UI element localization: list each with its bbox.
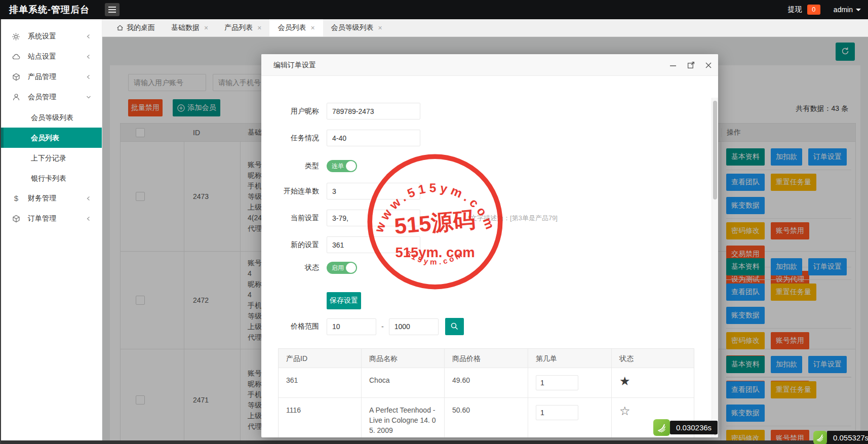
sidebar-subitem-银行卡列表[interactable]: 银行卡列表 <box>0 168 102 188</box>
withdraw-count-badge[interactable]: 0 <box>807 5 820 15</box>
product-id: 1116 <box>279 398 362 437</box>
type-toggle[interactable]: 连单 <box>327 160 357 172</box>
task-input[interactable] <box>327 130 420 146</box>
product-name: Choca <box>362 368 445 397</box>
scrollbar-thumb[interactable] <box>713 101 717 199</box>
save-settings-button[interactable]: 保存设置 <box>327 292 361 309</box>
close-icon[interactable] <box>704 61 713 70</box>
tab-会员等级列表[interactable]: 会员等级列表× <box>323 19 390 36</box>
product-column-header: 第几单 <box>528 349 612 368</box>
username: admin <box>834 6 853 14</box>
product-column-header: 状态 <box>612 349 695 368</box>
start-chain-label: 开始连单数 <box>261 187 319 196</box>
close-tab-icon[interactable]: × <box>378 24 382 31</box>
sidebar: 系统设置站点设置产品管理会员管理会员等级列表会员列表上下分记录银行卡列表$财务管… <box>0 19 102 444</box>
status-label: 状态 <box>261 263 319 272</box>
hamburger-menu-icon[interactable] <box>105 3 120 16</box>
modal-scrollbar[interactable] <box>712 98 718 437</box>
render-time: 0.055327s <box>827 431 868 444</box>
price-search-button[interactable] <box>445 318 464 335</box>
product-column-header: 产品ID <box>279 349 362 368</box>
user-icon <box>12 93 21 101</box>
chevron-down-icon <box>86 94 92 100</box>
chevron-left-icon <box>86 195 92 201</box>
type-label: 类型 <box>261 162 319 171</box>
cube-icon <box>12 215 21 223</box>
modal-body: 用户昵称 任务情况 类型 连单 开始连单数 当前设置 *文字描述为：[第3单是产… <box>261 76 718 437</box>
sidebar-item-系统设置[interactable]: 系统设置 <box>0 26 102 47</box>
order-number-input[interactable] <box>536 405 578 420</box>
sidebar-item-站点设置[interactable]: 站点设置 <box>0 47 102 67</box>
user-menu[interactable]: admin <box>834 6 861 14</box>
home-icon <box>116 24 124 31</box>
tab-产品列表[interactable]: 产品列表× <box>216 19 269 36</box>
price-min-input[interactable] <box>327 318 376 335</box>
left-scrollbar[interactable] <box>0 19 1 444</box>
current-setting-label: 当前设置 <box>261 214 319 223</box>
chevron-down-icon <box>856 9 861 11</box>
product-column-header: 商品价格 <box>445 349 528 368</box>
search-icon <box>450 321 459 332</box>
nickname-input[interactable] <box>327 103 420 119</box>
sidebar-subitem-会员等级列表[interactable]: 会员等级列表 <box>0 107 102 128</box>
close-tab-icon[interactable]: × <box>257 24 261 31</box>
sidebar-item-产品管理[interactable]: 产品管理 <box>0 67 102 87</box>
sidebar-item-订单管理[interactable]: 订单管理 <box>0 209 102 229</box>
tab-基础数据[interactable]: 基础数据× <box>163 19 216 36</box>
price-range-label: 价格范围 <box>261 322 319 331</box>
app-title: 排单系统-管理后台 <box>9 0 90 19</box>
chevron-left-icon <box>86 33 92 39</box>
modal-title: 编辑订单设置 <box>273 54 316 76</box>
svg-text:$: $ <box>14 194 19 203</box>
tab-会员列表[interactable]: 会员列表× <box>269 19 323 36</box>
price-max-input[interactable] <box>389 318 439 335</box>
nickname-label: 用户昵称 <box>261 107 319 116</box>
current-setting-input[interactable] <box>327 210 420 226</box>
thinkphp-trace-icon[interactable] <box>653 419 670 436</box>
current-setting-hint: *文字描述为：[第3单是产品79] <box>468 210 558 226</box>
tab-list: 我的桌面基础数据×产品列表×会员列表×会员等级列表× <box>108 19 390 36</box>
star-icon[interactable]: ★ <box>619 374 630 388</box>
chevron-left-icon <box>86 54 92 60</box>
product-table-body: 361Choca49.60★1116A Perfect Teenhood - L… <box>279 368 694 437</box>
close-tab-icon[interactable]: × <box>310 24 314 31</box>
tab-我的桌面[interactable]: 我的桌面 <box>108 19 163 36</box>
star-icon[interactable]: ☆ <box>619 404 630 418</box>
product-name: A Perfect Teenhood - Live in Cologne 14.… <box>362 398 445 437</box>
sidebar-item-会员管理[interactable]: 会员管理 <box>0 87 102 107</box>
trace-badge-modal: 0.030236s <box>653 419 718 436</box>
product-price: 49.60 <box>445 368 528 397</box>
chevron-left-icon <box>86 74 92 80</box>
bottom-scrollbar[interactable] <box>0 440 868 444</box>
sidebar-item-财务管理[interactable]: $财务管理 <box>0 188 102 209</box>
product-row: 1116A Perfect Teenhood - Live in Cologne… <box>279 397 694 437</box>
sidebar-subitem-会员列表[interactable]: 会员列表 <box>0 128 102 148</box>
edit-order-settings-modal: 编辑订单设置 用户昵称 任务情况 类型 连单 <box>261 54 718 437</box>
top-bar: 排单系统-管理后台 提现 0 admin <box>0 0 868 19</box>
sidebar-menu: 系统设置站点设置产品管理会员管理会员等级列表会员列表上下分记录银行卡列表$财务管… <box>0 19 102 229</box>
product-price: 50.60 <box>445 398 528 437</box>
status-toggle[interactable]: 启用 <box>327 262 357 274</box>
product-table: 产品ID商品名称商品价格第几单状态 361Choca49.60★1116A Pe… <box>278 348 694 437</box>
task-label: 任务情况 <box>261 134 319 143</box>
product-id: 361 <box>279 368 362 397</box>
maximize-icon[interactable] <box>686 61 695 70</box>
new-setting-input[interactable] <box>327 236 420 253</box>
toggle-knob <box>346 161 356 171</box>
withdraw-link[interactable]: 提现 <box>788 5 802 14</box>
product-column-header: 商品名称 <box>362 349 445 368</box>
product-table-header: 产品ID商品名称商品价格第几单状态 <box>279 349 694 368</box>
thinkphp-trace-icon[interactable] <box>813 431 827 444</box>
start-chain-input[interactable] <box>327 183 420 199</box>
tab-bar: 我的桌面基础数据×产品列表×会员列表×会员等级列表× <box>102 19 868 37</box>
product-row: 361Choca49.60★ <box>279 368 694 397</box>
modal-header: 编辑订单设置 <box>261 54 718 76</box>
gear-icon <box>12 33 21 41</box>
close-tab-icon[interactable]: × <box>204 24 208 31</box>
chevron-left-icon <box>86 216 92 222</box>
order-number-input[interactable] <box>536 375 578 390</box>
render-time: 0.030236s <box>670 421 718 434</box>
sidebar-subitem-上下分记录[interactable]: 上下分记录 <box>0 148 102 168</box>
dollar-icon: $ <box>12 194 21 203</box>
minimize-icon[interactable] <box>668 61 678 70</box>
